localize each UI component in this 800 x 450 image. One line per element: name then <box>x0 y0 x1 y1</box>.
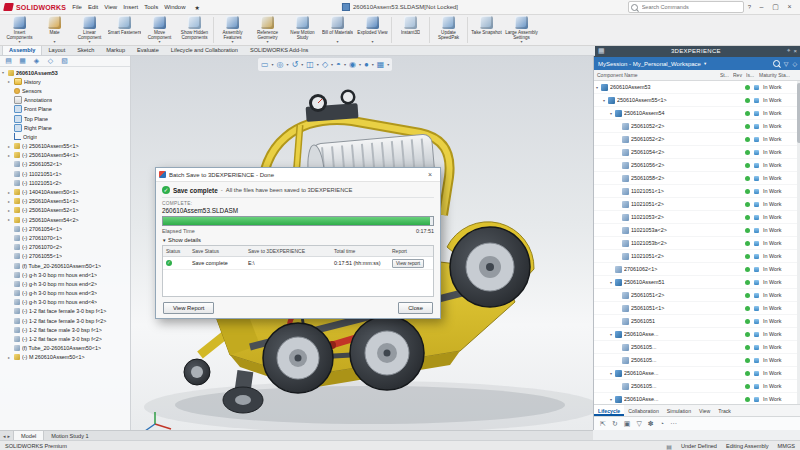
feature-tree-item[interactable]: (f) Tube_20-260610Assem50<1> <box>2 344 130 353</box>
component-row-25061056-2[interactable]: 25061056<2>In Work <box>594 159 800 172</box>
component-row-260610assem53[interactable]: ▾260610Assem53In Work <box>594 81 800 94</box>
dialog-titlebar[interactable]: Batch Save to 3DEXPERIENCE - Done × <box>156 168 440 182</box>
expander-icon[interactable]: ▸ <box>8 190 12 195</box>
view-report-button[interactable]: View Report <box>163 302 214 314</box>
panel-search-icon[interactable] <box>773 60 780 67</box>
tab-evaluate[interactable]: Evaluate <box>131 46 165 55</box>
column-st[interactable]: St... <box>720 72 733 78</box>
expander-icon[interactable]: ▸ <box>8 199 12 204</box>
component-row-11021053a-2[interactable]: 11021053a<2>In Work <box>594 224 800 237</box>
ribbon-button-take-snapshot[interactable]: Take Snapshot <box>469 15 504 45</box>
panel-tab-lifecycle[interactable]: Lifecycle <box>594 405 624 416</box>
pin-icon[interactable]: ⌖ <box>787 47 790 54</box>
component-row-11021051-2[interactable]: 11021051<2>In Work <box>594 198 800 211</box>
expander-icon[interactable]: ▸ <box>8 355 12 360</box>
ribbon-button-new-motion-study[interactable]: New Motion Study <box>285 15 320 45</box>
ribbon-button-smart-fasteners[interactable]: Smart Fasteners <box>107 15 142 45</box>
feature-tree-item[interactable]: (-) 1-2 flat face female 3-0 bsp f<2> <box>2 316 130 325</box>
feature-tree-item[interactable]: (-) g-h 3-0 bop rm hous end<4> <box>2 298 130 307</box>
ribbon-button-instant3d[interactable]: Instant3D <box>393 15 428 45</box>
menu-view[interactable]: View <box>101 4 120 10</box>
expander-icon[interactable]: ▸ <box>8 208 12 213</box>
open-icon[interactable]: ▣ <box>624 418 631 430</box>
maximize-button[interactable]: ▢ <box>769 1 782 13</box>
propertymanager-tab[interactable]: ▦ <box>16 56 29 66</box>
more-icon[interactable]: ⋯ <box>670 418 677 430</box>
feature-tree-item[interactable]: (-) 1-2 flat face male 3-0 bsp f<2> <box>2 334 130 343</box>
panel-tab-track[interactable]: Track <box>714 405 735 416</box>
feature-tree-item[interactable]: (-) 27061054<1> <box>2 224 130 233</box>
expander-icon[interactable]: ▾ <box>2 70 6 75</box>
feature-tree-item[interactable]: Sensors <box>2 86 130 95</box>
panel-tab-collaboration[interactable]: Collaboration <box>624 405 663 416</box>
tab-layout[interactable]: Layout <box>42 46 71 55</box>
component-row-25061051-1[interactable]: 25061051<1>In Work <box>594 302 800 315</box>
ribbon-button-bill-of-materials[interactable]: Bill of Materials▾ <box>320 15 355 45</box>
component-row-250610asse[interactable]: ▾250610Asse...In Work <box>594 393 800 404</box>
ribbon-button-move-component[interactable]: Move Component▾ <box>142 15 177 45</box>
dialog-close-button[interactable]: × <box>423 171 437 178</box>
component-row-25061058-2[interactable]: 25061058<2>In Work <box>594 172 800 185</box>
ribbon-button-mate[interactable]: Mate▾ <box>37 15 72 45</box>
feature-tree-item[interactable]: (-) 25061052<1> <box>2 160 130 169</box>
ribbon-button-update-speedpak-subassemblies[interactable]: Update SpeedPak Subassemblies <box>431 15 466 45</box>
display-style-icon[interactable]: ◓ <box>336 59 341 71</box>
feature-tree-root[interactable]: ▾260610Assem53 <box>2 68 130 77</box>
ribbon-button-linear-component-pattern[interactable]: Linear Component Pattern▾ <box>72 15 107 45</box>
close-button[interactable]: × <box>783 1 796 13</box>
expander-icon[interactable]: ▸ <box>8 153 12 158</box>
feature-tree-item[interactable]: (-) 11021051<1> <box>2 169 130 178</box>
workspace-selector[interactable]: MySession - My_Personal_Workspace <box>598 61 701 67</box>
column-component-name[interactable]: Component Name <box>597 72 720 78</box>
feature-tree-item[interactable]: Top Plane <box>2 114 130 123</box>
tab-solidworks-add-ins[interactable]: SOLIDWORKS Add-Ins <box>244 46 314 55</box>
component-row-250610assem55-1[interactable]: ▾250610Assem55<1>In Work <box>594 94 800 107</box>
feature-tree-item[interactable]: ▸(-) 250610Assem54<1> <box>2 151 130 160</box>
ribbon-button-exploded-view[interactable]: Exploded View▾ <box>355 15 390 45</box>
search-input[interactable] <box>640 3 741 11</box>
feature-tree-item[interactable]: (-) 27061070<1> <box>2 233 130 242</box>
panel-tab-view[interactable]: View <box>695 405 714 416</box>
compass-icon[interactable]: ▦ <box>598 47 605 55</box>
feature-tree-item[interactable]: (f) Tube_20-260610Assem50<1> <box>2 261 130 270</box>
tab-lifecycle-and-collaboration[interactable]: Lifecycle and Collaboration <box>165 46 244 55</box>
component-row-11021051-2[interactable]: 11021051<2>In Work <box>594 250 800 263</box>
feature-tree-item[interactable]: Front Plane <box>2 105 130 114</box>
tab-sketch[interactable]: Sketch <box>71 46 100 55</box>
component-row-25061051-2[interactable]: 25061051<2>In Work <box>594 289 800 302</box>
component-row-25061051[interactable]: 25061051In Work <box>594 315 800 328</box>
feature-tree-item[interactable]: ▸(-) M 260610Assem50<1> <box>2 353 130 362</box>
feature-tree-item[interactable]: ▸(-) 140410Assem50<1> <box>2 187 130 196</box>
save-icon[interactable]: ▽ <box>636 418 641 430</box>
view-report-link[interactable]: View report <box>392 259 424 268</box>
feature-tree-item[interactable]: ▸History <box>2 77 130 86</box>
feature-tree-item[interactable]: (-) g-h 3-0 bop rm hous end<3> <box>2 289 130 298</box>
settings-icon[interactable]: ✽ <box>648 418 654 430</box>
feature-tree-item[interactable]: (-) g-h 3-0 bop rm hous end<2> <box>2 279 130 288</box>
share-icon[interactable]: ⇱ <box>600 418 606 430</box>
ribbon-button-assembly-features[interactable]: Assembly Features▾ <box>215 15 250 45</box>
component-row-2506105[interactable]: 2506105...In Work <box>594 341 800 354</box>
menu-insert[interactable]: Insert <box>120 4 141 10</box>
ribbon-button-insert-components[interactable]: Insert Components▾ <box>2 15 37 45</box>
expander-icon[interactable]: ▸ <box>8 217 12 222</box>
component-row-11021053b-2[interactable]: 11021053b<2>In Work <box>594 237 800 250</box>
feature-tree-item[interactable]: (-) 1-2 flat face male 3-0 bsp f<1> <box>2 325 130 334</box>
ribbon-button-show-hidden-components[interactable]: Show Hidden Components <box>177 15 212 45</box>
feature-tree-item[interactable]: Right Plane <box>2 123 130 132</box>
previous-view-icon[interactable]: ↺ <box>292 59 299 71</box>
featuremanager-tab[interactable]: ▤ <box>2 56 15 66</box>
component-row-2506105[interactable]: 2506105...In Work <box>594 380 800 393</box>
show-details-toggle[interactable]: ▼ Show details <box>162 237 434 243</box>
feature-tree-item[interactable]: Origin <box>2 132 130 141</box>
bookmark-icon[interactable]: ◇ <box>792 60 797 67</box>
component-row-250610asse[interactable]: ▾250610Asse...In Work <box>594 367 800 380</box>
component-row-2506105[interactable]: 2506105...In Work <box>594 354 800 367</box>
ribbon-button-large-assembly-settings[interactable]: Large Assembly Settings▾ <box>504 15 539 45</box>
configurationmanager-tab[interactable]: ◈ <box>30 56 43 66</box>
feature-tree-item[interactable]: ▸(-) 250610Assem51<1> <box>2 197 130 206</box>
feature-tree-item[interactable]: ▸(-) 250610Assem54<2> <box>2 215 130 224</box>
menu-window[interactable]: Window <box>161 4 188 10</box>
feature-tree-item[interactable]: (-) 27061070<2> <box>2 243 130 252</box>
save-icon[interactable] <box>342 3 350 11</box>
